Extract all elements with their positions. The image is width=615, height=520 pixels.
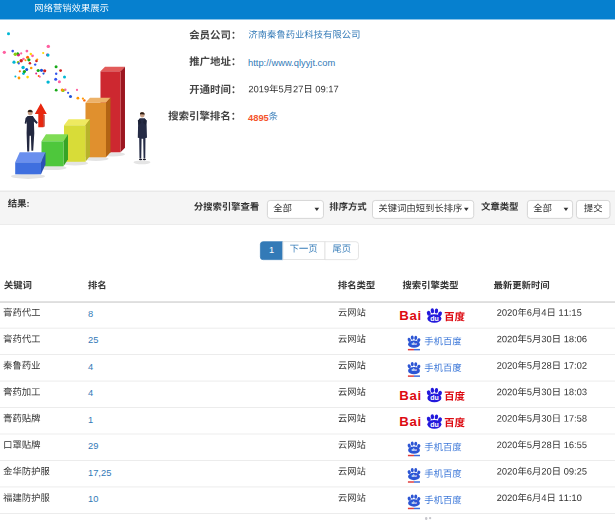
- svg-text:du: du: [411, 446, 417, 451]
- svg-text:du: du: [430, 394, 439, 401]
- svg-text:du: du: [411, 340, 417, 345]
- svg-text:du: du: [411, 499, 417, 504]
- svg-text:du: du: [411, 367, 417, 372]
- svg-text:Bai: Bai: [400, 414, 422, 429]
- svg-text:du: du: [430, 421, 439, 428]
- svg-text:Bai: Bai: [400, 388, 422, 403]
- svg-text:Bai: Bai: [400, 308, 422, 323]
- svg-text:du: du: [430, 315, 439, 322]
- svg-text:du: du: [411, 473, 417, 478]
